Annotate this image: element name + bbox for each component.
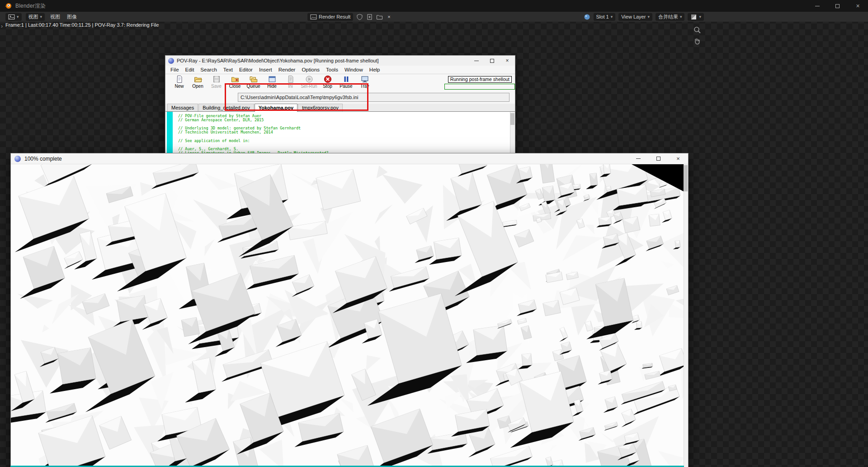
menu-insert[interactable]: Insert — [256, 67, 275, 72]
blender-window-title: Blender渲染 — [15, 2, 46, 10]
hide-window-icon — [268, 75, 276, 83]
editor-type-dropdown[interactable]: ▾ — [5, 13, 22, 21]
pan-hand-icon[interactable] — [693, 37, 701, 45]
chevron-down-icon: ▾ — [611, 14, 613, 19]
tray-icon — [361, 75, 369, 83]
render-maximize-button[interactable] — [648, 153, 668, 164]
open-button[interactable]: Open — [189, 74, 207, 89]
queue-icon — [250, 75, 258, 83]
povray-window-controls: × — [469, 56, 515, 66]
render-close-button[interactable]: × — [668, 153, 688, 164]
blender-window-controls: × — [807, 0, 868, 12]
display-channels-dropdown[interactable]: ▾ — [688, 13, 704, 21]
zoom-tool-icon[interactable] — [693, 26, 701, 34]
image-name: Render Result — [319, 14, 350, 19]
render-status-text: Frame:1 | Last:00:17.40 Time:00:11.25 | … — [5, 22, 159, 28]
desktop: Blender渲染 × ▾ 视图▾ 视图 图像 Ren — [0, 0, 868, 467]
save-icon — [212, 75, 221, 83]
editor-mode-dropdown[interactable]: 视图▾ — [26, 13, 45, 21]
menu-edit[interactable]: Edit — [182, 67, 198, 72]
code-editor[interactable]: // POV-File generated by Stefan Auer // … — [165, 112, 515, 158]
chevron-down-icon: ▾ — [699, 14, 701, 19]
povray-maximize-button[interactable] — [484, 56, 500, 66]
view-layer-dropdown[interactable]: View Layer▾ — [618, 13, 652, 21]
chevron-down-icon: ▾ — [40, 14, 42, 19]
render-progress-bar — [444, 84, 515, 90]
new-file-icon — [175, 75, 184, 83]
menu-image[interactable]: 图像 — [66, 14, 78, 20]
blender-logo-icon — [5, 2, 12, 10]
world-sphere-icon[interactable] — [584, 14, 590, 20]
image-icon — [310, 14, 317, 20]
povray-menubar: File Edit Search Text Editor Insert Rend… — [165, 66, 515, 74]
stop-icon — [324, 75, 332, 83]
render-app-icon — [14, 156, 21, 162]
render-scrollbar[interactable] — [684, 164, 688, 467]
render-pass-dropdown[interactable]: 合并结果▾ — [656, 13, 685, 21]
povray-app-icon — [168, 58, 174, 64]
blender-titlebar: Blender渲染 × — [0, 0, 868, 12]
close-file-icon — [231, 75, 239, 83]
chevron-down-icon: ▾ — [17, 14, 19, 19]
save-button[interactable]: Save — [207, 74, 226, 89]
region-expand-arrow[interactable]: › — [1, 23, 3, 29]
editor-scrollbar-thumb[interactable] — [510, 113, 514, 125]
menu-search[interactable]: Search — [197, 67, 220, 72]
render-scrollbar-thumb[interactable] — [684, 165, 688, 191]
unlink-image-icon[interactable]: × — [386, 14, 392, 19]
menu-view[interactable]: 视图 — [49, 14, 61, 20]
pause-icon — [342, 75, 350, 83]
sel-run-icon — [305, 75, 313, 83]
editor-margin-bar — [167, 112, 173, 158]
chevron-down-icon: ▾ — [680, 14, 682, 19]
fake-user-shield-icon[interactable] — [356, 14, 363, 20]
tab-messages[interactable]: Messages — [167, 104, 198, 111]
povray-minimize-button[interactable] — [469, 56, 484, 66]
povray-window-title: POV-Ray - E:\RaySAR\RaySAR\Model\Object\… — [177, 58, 379, 63]
render-image-area — [11, 164, 688, 467]
blender-close-button[interactable]: × — [848, 0, 868, 12]
render-minimize-button[interactable] — [628, 153, 648, 164]
render-window: 100% complete × — [10, 153, 689, 467]
povray-titlebar[interactable]: POV-Ray - E:\RaySAR\RaySAR\Model\Object\… — [165, 56, 515, 66]
menu-text[interactable]: Text — [220, 67, 236, 72]
ini-file-icon — [287, 75, 295, 83]
render-window-controls: × — [628, 153, 688, 164]
code-text: // POV-File generated by Stefan Auer // … — [178, 114, 509, 155]
menu-tools[interactable]: Tools — [323, 67, 341, 72]
blender-minimize-button[interactable] — [807, 0, 827, 12]
image-editor-icon — [8, 14, 15, 20]
annotation-highlight — [225, 83, 368, 111]
menu-file[interactable]: File — [167, 67, 182, 72]
new-image-icon[interactable] — [366, 14, 373, 20]
slot-dropdown[interactable]: Slot 1▾ — [594, 13, 616, 21]
render-window-title: 100% complete — [24, 156, 62, 162]
open-folder-icon — [194, 75, 202, 83]
open-image-folder-icon[interactable] — [376, 14, 383, 20]
blender-maximize-button[interactable] — [827, 0, 848, 12]
editor-scrollbar[interactable] — [510, 112, 515, 158]
povray-close-button[interactable]: × — [500, 56, 515, 66]
menu-window[interactable]: Window — [341, 67, 366, 72]
channels-icon — [690, 14, 697, 20]
menu-render[interactable]: Render — [275, 67, 299, 72]
image-datablock-selector[interactable]: Render Result — [307, 13, 353, 21]
rendered-city-image — [11, 164, 684, 467]
menu-help[interactable]: Help — [366, 67, 383, 72]
menu-options[interactable]: Options — [298, 67, 323, 72]
new-button[interactable]: New — [170, 74, 189, 89]
blender-image-editor-header: ▾ 视图▾ 视图 图像 Render Result — [0, 12, 868, 22]
menu-editor[interactable]: Editor — [236, 67, 256, 72]
render-window-titlebar[interactable]: 100% complete × — [11, 153, 688, 164]
shellout-status-label: Running post-frame shellout — [448, 76, 512, 83]
chevron-down-icon: ▾ — [647, 14, 650, 19]
